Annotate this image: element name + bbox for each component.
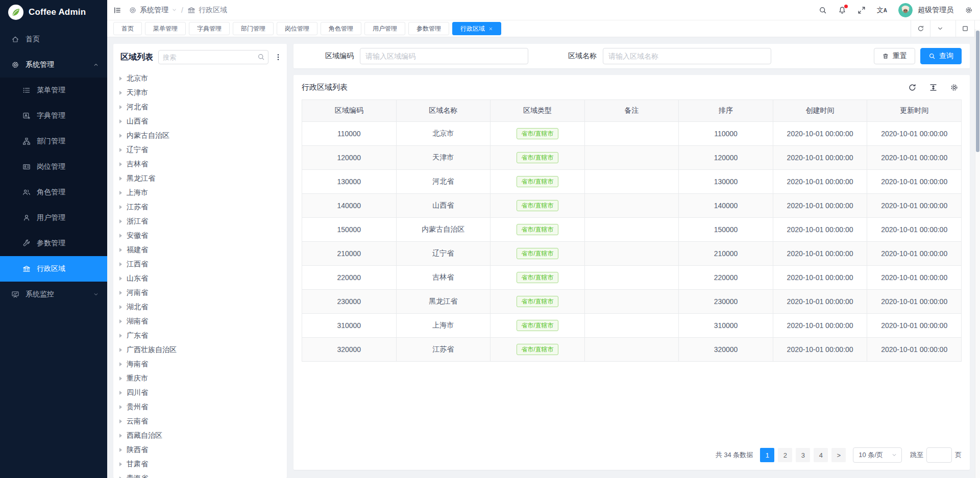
search-button[interactable]: 查询 — [920, 48, 962, 64]
refresh-icon[interactable] — [908, 83, 917, 92]
caret-right-icon[interactable] — [119, 177, 122, 181]
tab-home[interactable]: 首页 — [113, 22, 142, 35]
tab-dict-management[interactable]: 字典管理 — [189, 22, 230, 35]
tree-item[interactable]: 黑龙江省 — [113, 171, 287, 186]
caret-right-icon[interactable] — [119, 362, 122, 366]
tree-item[interactable]: 山西省 — [113, 114, 287, 129]
tab-post-management[interactable]: 岗位管理 — [277, 22, 317, 35]
caret-right-icon[interactable] — [119, 348, 122, 352]
caret-right-icon[interactable] — [119, 162, 122, 166]
caret-right-icon[interactable] — [119, 448, 122, 452]
tree-item[interactable]: 贵州省 — [113, 400, 287, 414]
tree-item[interactable]: 天津市 — [113, 86, 287, 100]
maximize-content-icon[interactable] — [955, 20, 975, 37]
tree-item[interactable]: 河北省 — [113, 100, 287, 114]
tree-item[interactable]: 山东省 — [113, 271, 287, 286]
scrollbar-thumb[interactable] — [976, 31, 979, 152]
tree-item[interactable]: 陕西省 — [113, 443, 287, 457]
sidebar-item-dict-management[interactable]: 字典管理 — [0, 103, 107, 129]
tree-item[interactable]: 江苏省 — [113, 200, 287, 214]
tree-item[interactable]: 吉林省 — [113, 157, 287, 171]
tree-item[interactable]: 云南省 — [113, 414, 287, 429]
sidebar-item-admin-region[interactable]: 行政区域 — [0, 256, 107, 282]
tree-item[interactable]: 西藏自治区 — [113, 429, 287, 443]
tab-param-management[interactable]: 参数管理 — [408, 22, 449, 35]
refresh-tab-icon[interactable] — [911, 20, 930, 37]
tree-item[interactable]: 四川省 — [113, 386, 287, 400]
tree-item[interactable]: 江西省 — [113, 257, 287, 271]
user-name[interactable]: 超级管理员 — [918, 6, 953, 15]
row-density-icon[interactable] — [929, 83, 938, 92]
more-vertical-icon[interactable] — [274, 53, 283, 61]
tree-item[interactable]: 上海市 — [113, 186, 287, 200]
sidebar-item-home[interactable]: 首页 — [0, 27, 107, 52]
caret-right-icon[interactable] — [119, 291, 122, 295]
tab-dept-management[interactable]: 部门管理 — [233, 22, 274, 35]
tree-item[interactable]: 北京市 — [113, 71, 287, 86]
caret-right-icon[interactable] — [119, 419, 122, 423]
fullscreen-icon[interactable] — [857, 6, 866, 14]
search-icon[interactable] — [819, 6, 827, 14]
tree-item[interactable]: 青海省 — [113, 471, 287, 478]
caret-right-icon[interactable] — [119, 119, 122, 123]
tree-item[interactable]: 内蒙古自治区 — [113, 129, 287, 143]
caret-right-icon[interactable] — [119, 205, 122, 209]
translate-icon[interactable]: 文A — [877, 7, 887, 13]
close-icon[interactable] — [488, 27, 493, 31]
tree-item[interactable]: 重庆市 — [113, 371, 287, 386]
jump-page-input[interactable] — [926, 447, 952, 463]
app-logo[interactable]: Coffee Admin — [0, 0, 107, 24]
page-button-1[interactable]: 1 — [760, 448, 774, 462]
reset-button[interactable]: 重置 — [874, 48, 915, 64]
caret-right-icon[interactable] — [119, 91, 122, 95]
caret-right-icon[interactable] — [119, 434, 122, 438]
tree-item[interactable]: 浙江省 — [113, 214, 287, 229]
collapse-sidebar-icon[interactable] — [113, 6, 121, 14]
caret-right-icon[interactable] — [119, 391, 122, 395]
notification-bell-icon[interactable] — [838, 6, 846, 14]
sidebar-item-param-management[interactable]: 参数管理 — [0, 231, 107, 256]
tab-menu-management[interactable]: 菜单管理 — [145, 22, 186, 35]
sidebar-item-menu-management[interactable]: 菜单管理 — [0, 78, 107, 103]
tree-item[interactable]: 广东省 — [113, 329, 287, 343]
caret-right-icon[interactable] — [119, 305, 122, 309]
page-scrollbar[interactable] — [975, 29, 980, 478]
caret-right-icon[interactable] — [119, 376, 122, 381]
tree-item[interactable]: 甘肃省 — [113, 457, 287, 471]
tree-item[interactable]: 湖北省 — [113, 300, 287, 314]
tree-item[interactable]: 辽宁省 — [113, 143, 287, 157]
tab-user-management[interactable]: 用户管理 — [364, 22, 405, 35]
page-button-2[interactable]: 2 — [778, 448, 792, 462]
caret-right-icon[interactable] — [119, 262, 122, 266]
region-code-input[interactable] — [360, 48, 528, 64]
sidebar-item-system-management[interactable]: 系统管理 — [0, 52, 107, 78]
tree-item[interactable]: 安徽省 — [113, 229, 287, 243]
caret-right-icon[interactable] — [119, 334, 122, 338]
caret-right-icon[interactable] — [119, 234, 122, 238]
caret-right-icon[interactable] — [119, 219, 122, 223]
page-button-3[interactable]: 3 — [796, 448, 810, 462]
tree-item[interactable]: 广西壮族自治区 — [113, 343, 287, 357]
breadcrumb-item[interactable]: 系统管理 — [129, 6, 177, 15]
caret-right-icon[interactable] — [119, 191, 122, 195]
caret-right-icon[interactable] — [119, 248, 122, 252]
caret-right-icon[interactable] — [119, 276, 122, 281]
tree-item[interactable]: 河南省 — [113, 286, 287, 300]
next-page-button[interactable]: > — [831, 448, 846, 462]
settings-gear-icon[interactable] — [965, 6, 973, 14]
tree-item[interactable]: 海南省 — [113, 357, 287, 371]
region-name-input[interactable] — [603, 48, 771, 64]
caret-right-icon[interactable] — [119, 134, 122, 138]
caret-right-icon[interactable] — [119, 319, 122, 323]
sidebar-item-user-management[interactable]: 用户管理 — [0, 205, 107, 231]
caret-right-icon[interactable] — [119, 462, 122, 466]
chevron-down-icon[interactable] — [930, 20, 949, 37]
tab-admin-region[interactable]: 行政区域 — [452, 22, 501, 35]
column-settings-gear-icon[interactable] — [950, 83, 959, 92]
tree-item[interactable]: 湖南省 — [113, 314, 287, 329]
caret-right-icon[interactable] — [119, 105, 122, 109]
sidebar-item-dept-management[interactable]: 部门管理 — [0, 129, 107, 154]
breadcrumb-item[interactable]: 行政区域 — [187, 6, 227, 15]
caret-right-icon[interactable] — [119, 77, 122, 81]
search-icon[interactable] — [257, 53, 265, 61]
